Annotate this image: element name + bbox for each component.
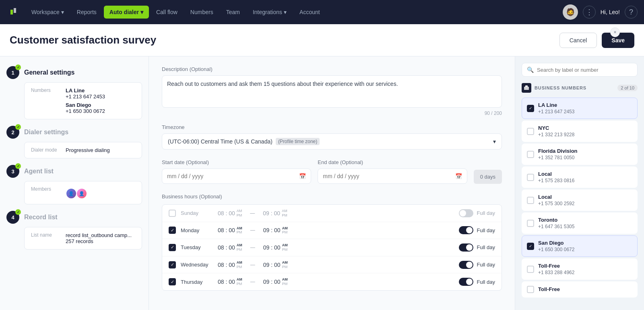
step-4-title[interactable]: Record list bbox=[24, 214, 58, 221]
nav-integrations[interactable]: Integrations ▾ bbox=[247, 6, 292, 19]
dialer-mode-label: Dialer mode bbox=[31, 147, 59, 153]
number-item-florida[interactable]: Florida Division +1 352 781 0050 bbox=[522, 144, 638, 165]
toronto-checkbox[interactable] bbox=[527, 220, 534, 227]
thursday-full-day-toggle[interactable] bbox=[459, 278, 473, 286]
step-2-check: ✓ bbox=[15, 124, 21, 130]
sunday-label: Sunday bbox=[181, 210, 213, 216]
step-4-circle: 4 ✓ bbox=[6, 211, 19, 224]
end-date-label: End date (Optional) bbox=[318, 159, 467, 165]
user-greeting: Hi, Leo! bbox=[601, 9, 620, 15]
monday-full-day-toggle[interactable] bbox=[459, 226, 473, 234]
nav-reports[interactable]: Reports bbox=[71, 6, 102, 19]
san-diego-checkbox[interactable] bbox=[527, 243, 534, 250]
dialer-mode-value: Progressive dialing bbox=[66, 147, 110, 153]
business-hours-label: Business hours (Optional) bbox=[162, 193, 502, 200]
monday-checkbox[interactable] bbox=[169, 227, 176, 234]
step-2-content: Dialer mode Progressive dialing bbox=[24, 142, 142, 158]
number-item-local-1[interactable]: Local +1 575 283 0816 bbox=[522, 166, 638, 188]
tuesday-label: Tuesday bbox=[181, 244, 213, 250]
number-item-san-diego[interactable]: San Diego +1 650 300 0672 bbox=[522, 235, 638, 257]
page-title: Customer satisfaction survey bbox=[10, 34, 156, 46]
count-badge: 2 of 10 bbox=[617, 85, 638, 91]
bh-row-wednesday: Wednesday 08 : 00 AMPM — 09 : 00 AMPM Fu… bbox=[162, 256, 502, 274]
step-4-check: ✓ bbox=[15, 209, 21, 215]
nav-auto-dialer[interactable]: Auto dialer ▾ bbox=[104, 6, 149, 19]
end-date-input[interactable] bbox=[323, 173, 452, 179]
local-2-checkbox[interactable] bbox=[527, 197, 534, 204]
bh-row-monday: Monday 08 : 00 AMPM — 09 : 00 AMPM Full … bbox=[162, 222, 502, 239]
records-count: 257 records bbox=[66, 238, 132, 244]
number-item-toronto[interactable]: Toronto +1 647 361 5305 bbox=[522, 212, 638, 234]
step-2-circle: 2 ✓ bbox=[6, 126, 19, 139]
step-2: 2 ✓ Dialer settings Dialer mode Progress… bbox=[6, 126, 142, 158]
logo[interactable] bbox=[6, 5, 21, 19]
tuesday-start: 08 : 00 bbox=[218, 244, 235, 251]
timezone-label: Timezone bbox=[162, 124, 502, 130]
svg-rect-2 bbox=[525, 85, 528, 87]
wednesday-start: 08 : 00 bbox=[218, 262, 235, 268]
start-date-label: Start date (Optional) bbox=[162, 159, 311, 165]
thursday-full-day-label: Full day bbox=[477, 279, 495, 285]
la-line-checkbox[interactable] bbox=[527, 105, 534, 112]
member-avatar-1: 👤 bbox=[66, 188, 77, 199]
local-1-checkbox[interactable] bbox=[527, 174, 534, 181]
step-1-title[interactable]: General settings bbox=[24, 69, 74, 76]
florida-checkbox[interactable] bbox=[527, 151, 534, 158]
days-badge: 0 days bbox=[474, 170, 502, 184]
calendar-icon-end[interactable]: 📅 bbox=[455, 173, 462, 179]
sunday-start: 08 : 00 bbox=[218, 210, 235, 216]
nav-account[interactable]: Account bbox=[294, 6, 326, 19]
step-2-title[interactable]: Dialer settings bbox=[24, 129, 68, 136]
nyc-checkbox[interactable] bbox=[527, 128, 534, 135]
list-name-label: List name bbox=[31, 232, 59, 244]
timezone-badge: (Profile time zone) bbox=[276, 138, 320, 145]
description-textarea[interactable]: Reach out to customers and ask them 15 q… bbox=[162, 75, 502, 108]
calendar-icon[interactable]: 📅 bbox=[299, 173, 306, 179]
search-input[interactable] bbox=[537, 67, 632, 73]
description-label: Description (Optional) bbox=[162, 66, 502, 72]
nav-call-flow[interactable]: Call flow bbox=[151, 6, 183, 19]
nav-numbers[interactable]: Numbers bbox=[185, 6, 219, 19]
timezone-select[interactable]: (UTC-06:00) Central Time (US & Canada) (… bbox=[162, 133, 502, 150]
number-item-local-2[interactable]: Local +1 575 300 2592 bbox=[522, 189, 638, 211]
step-4-content: List name record list_outbound camp... 2… bbox=[24, 227, 142, 250]
center-panel: Description (Optional) Reach out to cust… bbox=[149, 56, 515, 310]
title-actions: Cancel Save bbox=[559, 33, 634, 48]
bh-row-sunday: Sunday 08 : 00 AMPM — 09 : 00 AMPM Full … bbox=[162, 205, 502, 222]
start-date-input[interactable] bbox=[167, 173, 296, 179]
more-options-icon[interactable]: ⋮ bbox=[583, 6, 596, 19]
thursday-end: 09 : 00 bbox=[263, 279, 281, 285]
step-3-title[interactable]: Agent list bbox=[24, 168, 54, 175]
tuesday-full-day-toggle[interactable] bbox=[459, 243, 473, 252]
sunday-checkbox[interactable] bbox=[169, 210, 176, 217]
char-count: 90 / 200 bbox=[162, 110, 502, 116]
tollfree-1-checkbox[interactable] bbox=[527, 266, 534, 273]
nav-right-section: 🧔 ⋮ Hi, Leo! ? bbox=[563, 4, 638, 20]
help-icon[interactable]: ? bbox=[625, 6, 638, 19]
number-item-tollfree-2[interactable]: Toll-Free bbox=[522, 281, 638, 298]
wednesday-full-day-label: Full day bbox=[477, 262, 495, 268]
cancel-button[interactable]: Cancel bbox=[559, 33, 597, 48]
number-item-nyc[interactable]: NYC +1 332 213 9228 bbox=[522, 121, 638, 142]
tuesday-checkbox[interactable] bbox=[169, 244, 176, 251]
close-button[interactable]: × bbox=[610, 27, 620, 37]
avatar[interactable]: 🧔 bbox=[563, 4, 578, 20]
nav-workspace[interactable]: Workspace ▾ bbox=[26, 6, 70, 19]
members-label: Members bbox=[31, 186, 59, 199]
bh-row-thursday: Thursday 08 : 00 AMPM — 09 : 00 AMPM Ful… bbox=[162, 273, 502, 290]
thursday-checkbox[interactable] bbox=[169, 278, 176, 285]
step-3-content: Members 👤 👤 bbox=[24, 181, 142, 204]
number-2-name: San Diego bbox=[66, 102, 105, 108]
nav-team[interactable]: Team bbox=[221, 6, 246, 19]
tuesday-full-day-label: Full day bbox=[477, 244, 495, 250]
number-item-la-line[interactable]: LA Line +1 213 647 2453 bbox=[522, 98, 638, 119]
tollfree-2-checkbox[interactable] bbox=[527, 286, 534, 293]
sunday-end: 09 : 00 bbox=[263, 210, 280, 216]
wednesday-checkbox[interactable] bbox=[169, 261, 176, 268]
sunday-full-day-toggle[interactable] bbox=[459, 209, 473, 217]
timezone-value: (UTC-06:00) Central Time (US & Canada) bbox=[168, 138, 272, 145]
wednesday-full-day-toggle[interactable] bbox=[459, 261, 473, 269]
number-1-name: LA Line bbox=[66, 87, 105, 94]
number-item-tollfree-1[interactable]: Toll-Free +1 833 288 4962 bbox=[522, 258, 638, 280]
thursday-label: Thursday bbox=[181, 279, 213, 285]
